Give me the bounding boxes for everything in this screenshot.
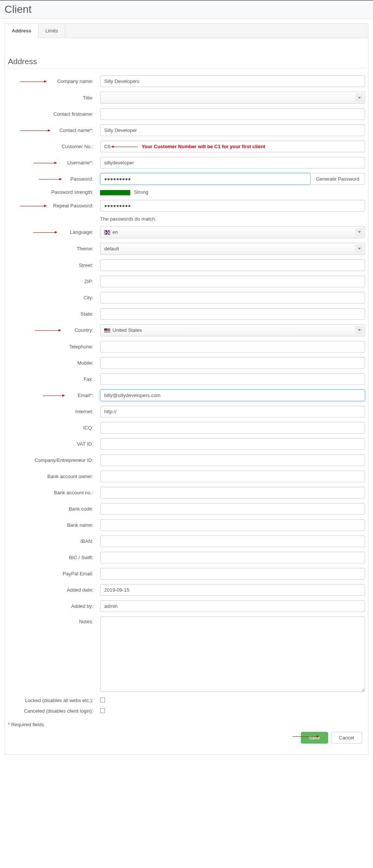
bank-name-input[interactable] bbox=[100, 519, 365, 531]
flag-us-icon bbox=[104, 328, 110, 333]
notes-textarea[interactable] bbox=[100, 616, 365, 692]
label-language: Language: bbox=[8, 229, 100, 235]
label-contact-firstname: Contact firstname: bbox=[8, 111, 100, 117]
label-state: State: bbox=[8, 311, 100, 317]
chevron-down-icon bbox=[355, 93, 364, 102]
label-bic-swift: BIC / Swift: bbox=[8, 555, 100, 560]
annotation-arrow bbox=[293, 736, 319, 737]
zip-input[interactable] bbox=[100, 276, 365, 287]
label-theme: Theme: bbox=[8, 246, 100, 252]
added-date-input[interactable] bbox=[100, 584, 365, 596]
label-vat-id: VAT ID: bbox=[8, 441, 100, 447]
label-icq: ICQ: bbox=[8, 425, 100, 431]
password-strength-bar bbox=[100, 190, 130, 195]
footer-buttons: Save Cancel bbox=[5, 730, 368, 750]
label-password: Password: bbox=[8, 176, 100, 182]
label-email: Email*: bbox=[8, 393, 100, 398]
mobile-input[interactable] bbox=[100, 357, 365, 369]
label-title: Title: bbox=[8, 95, 100, 101]
vat-id-input[interactable] bbox=[100, 438, 365, 450]
country-select[interactable]: United States bbox=[100, 324, 365, 336]
iban-input[interactable] bbox=[100, 535, 365, 547]
company-name-input[interactable] bbox=[100, 75, 365, 87]
label-added-date: Added date: bbox=[8, 587, 100, 593]
bic-swift-input[interactable] bbox=[100, 552, 365, 563]
label-fax: Fax: bbox=[8, 376, 100, 382]
bank-account-no-input[interactable] bbox=[100, 487, 365, 498]
password-match-text: The passwords do match. bbox=[100, 216, 156, 222]
theme-select[interactable]: default bbox=[100, 243, 365, 255]
page-title: Client bbox=[5, 3, 368, 15]
label-bank-account-owner: Bank account owner: bbox=[8, 474, 100, 479]
label-paypal-email: PayPal Email: bbox=[8, 571, 100, 577]
label-contact-name: Contact name*: bbox=[8, 127, 100, 133]
locked-checkbox[interactable] bbox=[100, 698, 105, 702]
label-mobile: Mobile: bbox=[8, 360, 100, 366]
company-entrepreneur-id-input[interactable] bbox=[100, 454, 365, 466]
state-input[interactable] bbox=[100, 308, 365, 320]
cancel-button[interactable]: Cancel bbox=[331, 732, 362, 744]
label-internet: Internet: bbox=[8, 409, 100, 414]
customer-no-input[interactable] bbox=[100, 141, 365, 152]
label-bank-account-no: Bank account no.: bbox=[8, 490, 100, 495]
tab-panel-address: Address Company name: Title: Contact fir… bbox=[5, 38, 368, 755]
city-input[interactable] bbox=[100, 292, 365, 304]
tab-limits[interactable]: Limits bbox=[39, 24, 65, 38]
password-strength-text: Strong bbox=[134, 189, 148, 195]
tab-address[interactable]: Address bbox=[5, 24, 39, 38]
annotation-arrow bbox=[111, 147, 138, 147]
paypal-email-input[interactable] bbox=[100, 568, 365, 580]
label-bank-code: Bank code: bbox=[8, 506, 100, 512]
label-added-by: Added by: bbox=[8, 603, 100, 609]
label-telephone: Telephone: bbox=[8, 344, 100, 350]
label-password-strength: Password strength: bbox=[8, 189, 100, 195]
label-notes: Notes: bbox=[8, 616, 100, 624]
fax-input[interactable] bbox=[100, 373, 365, 385]
contact-firstname-input[interactable] bbox=[100, 108, 365, 120]
password-input[interactable] bbox=[100, 173, 311, 185]
canceled-checkbox[interactable] bbox=[100, 708, 105, 713]
street-input[interactable] bbox=[100, 259, 365, 271]
username-input[interactable] bbox=[100, 157, 365, 169]
label-country: Country: bbox=[8, 327, 100, 333]
label-customer-no: Customer No.: bbox=[8, 144, 100, 149]
language-select[interactable]: en bbox=[100, 226, 365, 238]
bank-account-owner-input[interactable] bbox=[100, 471, 365, 482]
telephone-input[interactable] bbox=[100, 341, 365, 353]
title-select[interactable] bbox=[100, 92, 365, 104]
tabs: Address Limits bbox=[5, 23, 368, 38]
chevron-down-icon bbox=[355, 244, 364, 253]
label-company-entrepreneur-id: Company/Entrepreneur ID: bbox=[8, 457, 100, 463]
bank-code-input[interactable] bbox=[100, 503, 365, 515]
added-by-input[interactable] bbox=[100, 600, 365, 612]
email-input[interactable] bbox=[100, 390, 365, 401]
repeat-password-input[interactable] bbox=[100, 200, 365, 212]
required-fields-note: * Required fields bbox=[5, 719, 368, 730]
generate-password-button[interactable]: Generate Password bbox=[311, 173, 365, 185]
label-username: Username*: bbox=[8, 160, 100, 166]
chevron-down-icon bbox=[355, 326, 364, 335]
chevron-down-icon bbox=[355, 228, 364, 237]
flag-uk-icon bbox=[104, 230, 110, 235]
save-button[interactable]: Save bbox=[301, 732, 328, 744]
label-company-name: Company name: bbox=[8, 78, 100, 84]
internet-input[interactable] bbox=[100, 406, 365, 417]
icq-input[interactable] bbox=[100, 422, 365, 434]
label-canceled: Canceled (disables client login): bbox=[8, 708, 100, 714]
label-city: City: bbox=[8, 295, 100, 301]
label-iban: IBAN: bbox=[8, 538, 100, 544]
section-title-address: Address bbox=[8, 46, 365, 69]
label-zip: ZIP: bbox=[8, 279, 100, 284]
label-bank-name: Bank name: bbox=[8, 522, 100, 528]
contact-name-input[interactable] bbox=[100, 124, 365, 136]
page-header: Client bbox=[0, 0, 373, 19]
label-locked: Locked (disables all webs etc.): bbox=[8, 698, 100, 703]
label-repeat-password: Repeat Password: bbox=[8, 203, 100, 209]
label-street: Street: bbox=[8, 262, 100, 268]
